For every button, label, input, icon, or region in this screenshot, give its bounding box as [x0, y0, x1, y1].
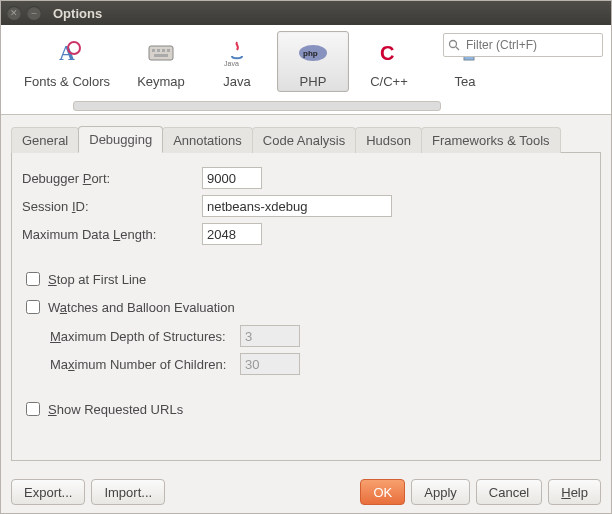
svg-line-15: [456, 47, 459, 50]
search-icon: [448, 39, 460, 51]
filter-search[interactable]: [443, 33, 603, 57]
watches-row: Watches and Balloon Evaluation: [22, 297, 590, 317]
close-icon[interactable]: ✕: [7, 6, 21, 20]
watches-label: Watches and Balloon Evaluation: [48, 300, 235, 315]
svg-text:Java: Java: [224, 60, 239, 67]
svg-text:C: C: [380, 42, 394, 64]
category-label: Tea: [455, 74, 476, 89]
max-data-length-input[interactable]: [202, 223, 262, 245]
debugger-port-label: Debugger Port:: [22, 171, 202, 186]
tab-code-analysis[interactable]: Code Analysis: [252, 127, 356, 153]
svg-rect-7: [154, 54, 168, 57]
dialog-footer: Export... Import... OK Apply Cancel Help: [1, 471, 611, 513]
show-urls-label: Show Requested URLs: [48, 402, 183, 417]
svg-rect-3: [152, 49, 155, 52]
scrollbar-thumb[interactable]: [73, 101, 441, 111]
svg-text:A: A: [59, 40, 75, 65]
content-area: General Debugging Annotations Code Analy…: [1, 115, 611, 471]
max-children-label: Maximum Number of Children:: [50, 357, 240, 372]
tab-debugging[interactable]: Debugging: [78, 126, 163, 153]
filter-input[interactable]: [464, 37, 598, 53]
max-data-length-label: Maximum Data Length:: [22, 227, 202, 242]
session-id-input[interactable]: [202, 195, 392, 217]
category-toolbar: A Fonts & Colors Keymap: [1, 25, 611, 115]
show-urls-checkbox[interactable]: [26, 402, 40, 416]
titlebar: ✕ – Options: [1, 1, 611, 25]
category-fonts-colors[interactable]: A Fonts & Colors: [13, 31, 121, 92]
help-button[interactable]: Help: [548, 479, 601, 505]
category-label: C/C++: [370, 74, 408, 89]
category-label: Fonts & Colors: [24, 74, 110, 89]
svg-point-14: [450, 41, 457, 48]
category-c-cpp[interactable]: C C/C++: [353, 31, 425, 92]
max-depth-label: Maximum Depth of Structures:: [50, 329, 240, 344]
toolbar-scrollbar[interactable]: [73, 100, 441, 112]
max-depth-input: [240, 325, 300, 347]
svg-text:php: php: [303, 49, 318, 58]
cancel-button[interactable]: Cancel: [476, 479, 542, 505]
apply-button[interactable]: Apply: [411, 479, 470, 505]
watches-checkbox[interactable]: [26, 300, 40, 314]
import-button[interactable]: Import...: [91, 479, 165, 505]
minimize-icon[interactable]: –: [27, 6, 41, 20]
category-php[interactable]: php PHP: [277, 31, 349, 92]
category-label: Java: [223, 74, 250, 89]
export-button[interactable]: Export...: [11, 479, 85, 505]
options-window: ✕ – Options A Fonts & Colors: [0, 0, 612, 514]
stop-first-line-label: Stop at First Line: [48, 272, 146, 287]
svg-rect-2: [149, 46, 173, 60]
svg-rect-4: [157, 49, 160, 52]
tab-hudson[interactable]: Hudson: [355, 127, 422, 153]
svg-rect-5: [162, 49, 165, 52]
category-label: PHP: [300, 74, 327, 89]
java-icon: Java: [220, 36, 254, 70]
fonts-colors-icon: A: [50, 36, 84, 70]
show-urls-row: Show Requested URLs: [22, 399, 590, 419]
debugging-panel: Debugger Port: Session ID: Maximum Data …: [11, 153, 601, 461]
sub-tabs: General Debugging Annotations Code Analy…: [11, 125, 601, 153]
category-label: Keymap: [137, 74, 185, 89]
tab-general[interactable]: General: [11, 127, 79, 153]
stop-first-line-row: Stop at First Line: [22, 269, 590, 289]
debugger-port-input[interactable]: [202, 167, 262, 189]
session-id-label: Session ID:: [22, 199, 202, 214]
window-title: Options: [53, 6, 102, 21]
php-icon: php: [296, 36, 330, 70]
stop-first-line-checkbox[interactable]: [26, 272, 40, 286]
tab-annotations[interactable]: Annotations: [162, 127, 253, 153]
ok-button[interactable]: OK: [360, 479, 405, 505]
c-cpp-icon: C: [372, 36, 406, 70]
keymap-icon: [144, 36, 178, 70]
svg-rect-6: [167, 49, 170, 52]
category-keymap[interactable]: Keymap: [125, 31, 197, 92]
tab-frameworks-tools[interactable]: Frameworks & Tools: [421, 127, 561, 153]
max-children-input: [240, 353, 300, 375]
category-java[interactable]: Java Java: [201, 31, 273, 92]
